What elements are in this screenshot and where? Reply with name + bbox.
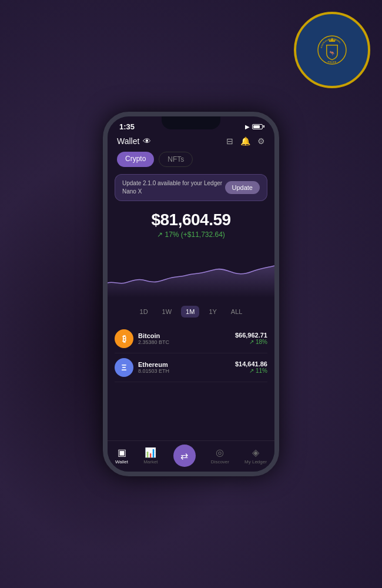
eth-price: $14,641.86 ↗ 11%	[235, 360, 267, 374]
wallet-title: Wallet	[117, 136, 139, 146]
card-icon[interactable]: ⊟	[226, 136, 233, 146]
app-header: Wallet 👁 ⊟ 🔔 ⚙	[108, 134, 274, 148]
afp-crest-icon: 🦘 AUSTRALIAN FEDERAL POLICE	[317, 35, 347, 65]
svg-text:POLICE: POLICE	[328, 61, 337, 64]
tab-nfts[interactable]: NFTs	[159, 152, 193, 167]
wallet-nav-icon: ▣	[118, 447, 126, 458]
btc-change: ↗ 18%	[235, 339, 267, 345]
time-filters: 1D 1W 1M 1Y ALL	[108, 303, 274, 322]
portfolio-change: ↗ 17% (+$11,732.64)	[117, 230, 265, 239]
header-icons: ⊟ 🔔 ⚙	[226, 136, 265, 146]
nav-discover[interactable]: ◎ Discover	[211, 447, 229, 465]
filter-1m[interactable]: 1M	[181, 306, 199, 318]
status-icons: ▶	[245, 123, 263, 130]
ledger-nav-label: My Ledger	[244, 459, 267, 465]
afp-badge: 🦘 AUSTRALIAN FEDERAL POLICE	[294, 12, 370, 88]
settings-icon[interactable]: ⚙	[257, 136, 265, 146]
phone-device: 1:35 ▶ Wallet 👁 ⊟ 🔔 ⚙ Crypto	[103, 112, 279, 476]
btc-info: Bitcoin 2.35380 BTC	[138, 332, 235, 345]
phone-screen: 1:35 ▶ Wallet 👁 ⊟ 🔔 ⚙ Crypto	[108, 116, 274, 472]
portfolio-section: $81,604.59 ↗ 17% (+$11,732.64)	[108, 205, 274, 242]
signal-icon: ▶	[245, 123, 250, 130]
discover-nav-label: Discover	[211, 459, 229, 465]
portfolio-value: $81,604.59	[117, 211, 265, 229]
update-banner-text: Update 2.1.0 available for your Ledger N…	[122, 179, 225, 196]
nav-my-ledger[interactable]: ◈ My Ledger	[244, 447, 267, 465]
battery-icon	[252, 124, 263, 129]
btc-icon: ₿	[115, 329, 133, 348]
exchange-icon: ⇄	[180, 450, 188, 462]
nav-market[interactable]: 📊 Market	[143, 447, 158, 465]
list-item[interactable]: Ξ Ethereum 8.01503 ETH $14,641.86 ↗ 11%	[115, 353, 267, 382]
status-time: 1:35	[119, 122, 135, 131]
portfolio-chart	[108, 245, 274, 298]
tab-crypto[interactable]: Crypto	[117, 152, 154, 167]
eye-icon[interactable]: 👁	[143, 136, 151, 146]
eth-value: $14,641.86	[235, 360, 267, 368]
bell-icon[interactable]: 🔔	[240, 136, 250, 146]
eth-icon: Ξ	[115, 358, 133, 377]
phone-notch	[162, 116, 220, 129]
bottom-nav: ▣ Wallet 📊 Market ⇄ ◎ Discover ◈ My Ledg…	[108, 440, 274, 472]
update-button[interactable]: Update	[225, 181, 260, 194]
market-nav-label: Market	[143, 459, 158, 465]
btc-amount: 2.35380 BTC	[138, 339, 235, 345]
svg-text:🦘: 🦘	[329, 50, 335, 56]
wallet-label-container: Wallet 👁	[117, 136, 151, 146]
crypto-list: ₿ Bitcoin 2.35380 BTC $66,962.71 ↗ 18% Ξ…	[108, 322, 274, 385]
filter-1w[interactable]: 1W	[158, 306, 177, 318]
eth-amount: 8.01503 ETH	[138, 368, 235, 374]
eth-name: Ethereum	[138, 361, 235, 368]
market-nav-icon: 📊	[145, 447, 156, 458]
btc-value: $66,962.71	[235, 332, 267, 339]
discover-nav-icon: ◎	[216, 447, 224, 458]
btc-name: Bitcoin	[138, 332, 235, 339]
list-item[interactable]: ₿ Bitcoin 2.35380 BTC $66,962.71 ↗ 18%	[115, 325, 267, 353]
filter-1d[interactable]: 1D	[135, 306, 153, 318]
update-banner: Update 2.1.0 available for your Ledger N…	[115, 174, 267, 201]
spacer	[108, 385, 274, 441]
eth-change: ↗ 11%	[235, 368, 267, 374]
nav-wallet[interactable]: ▣ Wallet	[115, 447, 128, 465]
ledger-nav-icon: ◈	[252, 447, 259, 458]
btc-price: $66,962.71 ↗ 18%	[235, 332, 267, 345]
eth-info: Ethereum 8.01503 ETH	[138, 361, 235, 374]
tabs-container: Crypto NFTs	[108, 148, 274, 171]
filter-all[interactable]: ALL	[226, 306, 247, 318]
wallet-nav-label: Wallet	[115, 459, 128, 465]
chart-area	[108, 245, 274, 301]
nav-exchange-button[interactable]: ⇄	[173, 445, 196, 467]
filter-1y[interactable]: 1Y	[204, 306, 221, 318]
